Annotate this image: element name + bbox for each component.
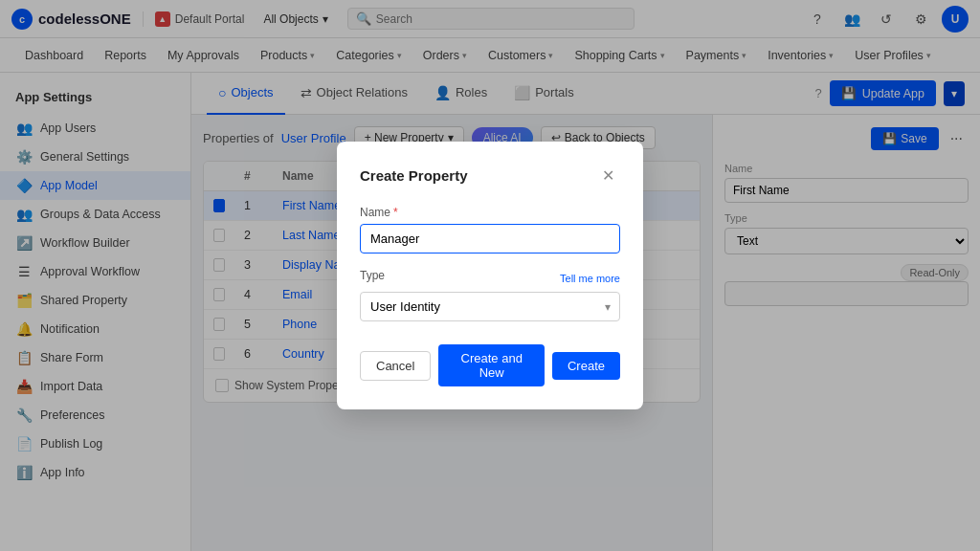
modal-close-button[interactable]: ✕ [596,165,620,187]
required-indicator: * [393,206,398,219]
modal-header: Create Property ✕ [360,165,620,187]
cancel-button[interactable]: Cancel [360,351,431,381]
modal-footer: Cancel Create and New Create [360,344,620,386]
create-button[interactable]: Create [552,352,620,380]
modal-name-field: Name * [360,206,620,253]
modal-title: Create Property [360,167,468,184]
modal-type-select[interactable]: User Identity Text Number Date Boolean F… [360,292,620,321]
modal-type-label: Type [360,269,385,282]
modal-name-label: Name * [360,206,620,219]
create-property-modal: Create Property ✕ Name * Type Tell me mo… [337,142,643,409]
modal-name-input[interactable] [360,224,620,253]
modal-type-field: Type Tell me more User Identity Text Num… [360,269,620,321]
modal-type-select-wrapper: User Identity Text Number Date Boolean F… [360,292,620,321]
modal-overlay: Create Property ✕ Name * Type Tell me mo… [0,0,980,551]
create-and-new-button[interactable]: Create and New [438,344,545,386]
modal-type-row: Type Tell me more [360,269,620,287]
tell-me-more-link[interactable]: Tell me more [560,273,620,284]
